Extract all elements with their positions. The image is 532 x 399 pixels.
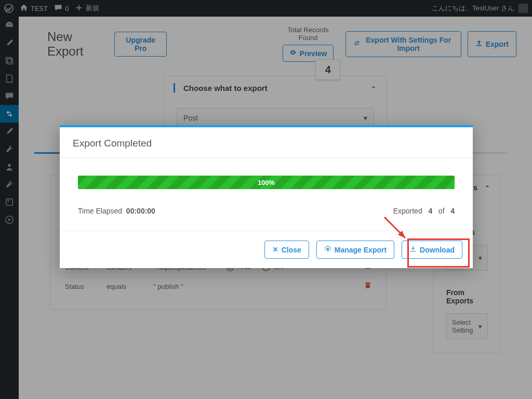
modal-overlay[interactable] xyxy=(0,0,532,17)
